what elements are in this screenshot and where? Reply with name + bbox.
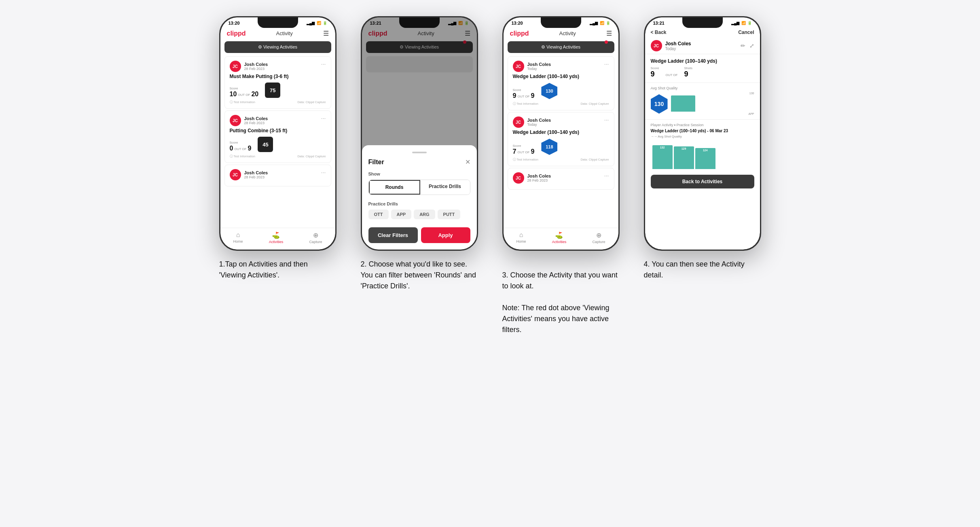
user-name-s3-1: Josh Coles [527, 62, 551, 67]
screen1-column: 13:20 ▂▄▆ 📶 🔋 clippd Activity ☰ ⚙ Viewin… [215, 16, 341, 335]
dots-3[interactable]: ··· [321, 169, 326, 176]
detail-activity-name: Wedge Ladder (100–140 yds) [651, 58, 754, 64]
back-button[interactable]: < Back [651, 30, 667, 35]
activity-card-1[interactable]: JC Josh Coles 28 Feb 2023 ··· Must Make … [224, 56, 331, 109]
rounds-toggle[interactable]: Rounds [369, 180, 420, 195]
user-info-s3-1: JC Josh Coles Today [513, 61, 551, 72]
stat-score-1: Score 10 OUT OF 20 [230, 87, 259, 98]
test-info-1: ⓘ Test Information [230, 100, 255, 104]
nav-home-3[interactable]: ⌂ Home [516, 231, 526, 244]
description-1: 1.Tap on Activities and then 'Viewing Ac… [219, 259, 337, 281]
dots-1[interactable]: ··· [321, 61, 326, 67]
card-header-2: JC Josh Coles 28 Feb 2023 ··· [230, 115, 326, 126]
activity-card-3[interactable]: JC Josh Coles 28 Feb 2023 ··· [224, 165, 331, 186]
detail-score-row: Score 9 OUT OF Shots 9 [651, 66, 754, 78]
user-details-s3-2: Josh Coles Today [527, 118, 551, 127]
chart-bars [671, 95, 754, 112]
cancel-button[interactable]: Cancel [738, 30, 754, 35]
nav-home-1[interactable]: ⌂ Home [233, 231, 243, 244]
card-header-s3-2: JC Josh Coles Today ··· [513, 116, 609, 128]
viewing-bar-3[interactable]: ⚙ Viewing Activities [508, 41, 614, 53]
data-source-s3-1: Data: Clippd Capture [580, 102, 609, 106]
nav-home-label-3: Home [516, 239, 526, 243]
stats-row-2: Score 0 OUT OF 9 45 [230, 137, 326, 152]
red-dot-3 [605, 40, 608, 44]
home-icon-3: ⌂ [519, 231, 523, 239]
edit-icon[interactable]: ✏ [741, 42, 745, 49]
chart-bar-1 [671, 95, 695, 112]
tag-ott[interactable]: OTT [368, 210, 389, 219]
detail-action-icons: ✏ ⤢ [741, 42, 754, 49]
tag-putt[interactable]: PUTT [438, 210, 461, 219]
description-3: 3. Choose the Activity that you want to … [502, 259, 620, 335]
screen3: 13:20 ▂▄▆ 📶 🔋 clippd Activity ☰ ⚙ Viewin… [504, 17, 618, 250]
nav-capture-3[interactable]: ⊕ Capture [592, 231, 605, 244]
shot-quality-hex-s4: 130 [651, 95, 668, 112]
clear-filters-button[interactable]: Clear Filters [368, 227, 418, 243]
notch-3 [541, 17, 581, 28]
viewing-bar-1[interactable]: ⚙ Viewing Activities [224, 41, 331, 53]
user-details-2: Josh Coles 28 Feb 2023 [244, 116, 268, 125]
nav-capture-1[interactable]: ⊕ Capture [309, 231, 322, 244]
dots-s3-2[interactable]: ··· [604, 116, 609, 123]
user-info-2: JC Josh Coles 28 Feb 2023 [230, 115, 268, 126]
detail-shots-value: 9 [684, 70, 692, 78]
avg-shot-label: Avg Shot Quality [651, 86, 754, 90]
viewing-bar-text-1: ⚙ Viewing Activities [258, 44, 297, 50]
chart-axis-labels: APP [671, 112, 754, 115]
dots-s3-1[interactable]: ··· [604, 61, 609, 67]
tag-app[interactable]: APP [391, 210, 412, 219]
screen4-scroll: Wedge Ladder (100–140 yds) Score 9 OUT O… [645, 54, 760, 250]
activity-name-1: Must Make Putting (3-6 ft) [230, 74, 326, 79]
detail-score-label: Score [651, 66, 659, 70]
expand-icon[interactable]: ⤢ [749, 42, 754, 49]
app-title-3: Activity [559, 30, 576, 36]
menu-icon-1[interactable]: ☰ [323, 30, 329, 37]
activities-icon-1: ⛳ [272, 231, 280, 239]
user-name-2: Josh Coles [244, 116, 268, 121]
user-details-1: Josh Coles 28 Feb 2023 [244, 62, 268, 71]
user-info-1: JC Josh Coles 28 Feb 2023 [230, 61, 268, 72]
apply-button[interactable]: Apply [421, 227, 470, 243]
signal-icon-4: ▂▄▆ [731, 21, 739, 25]
avg-shot-section: Avg Shot Quality 130 130 [645, 83, 760, 120]
dots-2[interactable]: ··· [321, 115, 326, 121]
shots-value-s3-2: 9 [531, 148, 534, 155]
app-logo-1: clippd [227, 30, 246, 37]
card-header-s3-3: JC Josh Coles 28 Feb 2023 ··· [513, 172, 609, 184]
shots-value-1: 20 [251, 91, 258, 98]
show-label: Show [368, 171, 470, 176]
screen1: 13:20 ▂▄▆ 📶 🔋 clippd Activity ☰ ⚙ Viewin… [220, 17, 335, 250]
signal-icons-1: ▂▄▆ 📶 🔋 [307, 21, 327, 25]
user-details-s3-1: Josh Coles Today [527, 62, 551, 71]
tag-arg[interactable]: ARG [414, 210, 435, 219]
data-source-s3-2: Data: Clippd Capture [580, 158, 609, 162]
user-date-s3-1: Today [527, 67, 551, 71]
back-to-activities-button[interactable]: Back to Activities [651, 175, 754, 188]
practice-drills-toggle[interactable]: Practice Drills [420, 180, 470, 195]
out-of-2: OUT OF [234, 147, 246, 151]
page-wrapper: 13:20 ▂▄▆ 📶 🔋 clippd Activity ☰ ⚙ Viewin… [207, 16, 773, 335]
nav-activities-3[interactable]: ⛳ Activities [552, 231, 567, 244]
detail-shots-stat: Shots 9 [684, 66, 692, 78]
detail-out-of: OUT OF [665, 73, 677, 78]
ps-title: Wedge Ladder (100–140 yds) - 06 Mar 23 [651, 129, 754, 133]
activity-card-s3-3[interactable]: JC Josh Coles 28 Feb 2023 ··· [508, 168, 614, 190]
stats-row-s3-1: Score 9 OUT OF 9 130 [513, 83, 609, 99]
screen2: 13:21 ▂▄▆ 📶 🔋 clippd Activity ☰ ⚙ Viewin… [362, 17, 477, 250]
activity-card-s3-2[interactable]: JC Josh Coles Today ··· Wedge Ladder (10… [508, 112, 614, 166]
menu-icon-3[interactable]: ☰ [606, 30, 612, 37]
screen1-scroll: JC Josh Coles 28 Feb 2023 ··· Must Make … [220, 55, 335, 228]
close-icon[interactable]: ✕ [465, 158, 470, 166]
nav-activities-1[interactable]: ⛳ Activities [269, 231, 284, 244]
activity-card-s3-1[interactable]: JC Josh Coles Today ··· Wedge Ladder (10… [508, 56, 614, 110]
signal-icon-3: ▂▄▆ [590, 21, 598, 25]
player-activity-label: Player Activity › Practice Session [651, 123, 754, 127]
user-date-1: 28 Feb 2023 [244, 67, 268, 71]
dots-s3-3[interactable]: ··· [604, 172, 609, 179]
info-row-2: ⓘ Test Information Data: Clippd Capture [230, 155, 326, 159]
activity-card-2[interactable]: JC Josh Coles 28 Feb 2023 ··· Putting Co… [224, 110, 331, 163]
detail-header: < Back Cancel [645, 27, 760, 38]
info-row-s3-1: ⓘ Test Information Data: Clippd Capture [513, 102, 609, 106]
nav-activities-label-3: Activities [552, 240, 567, 244]
